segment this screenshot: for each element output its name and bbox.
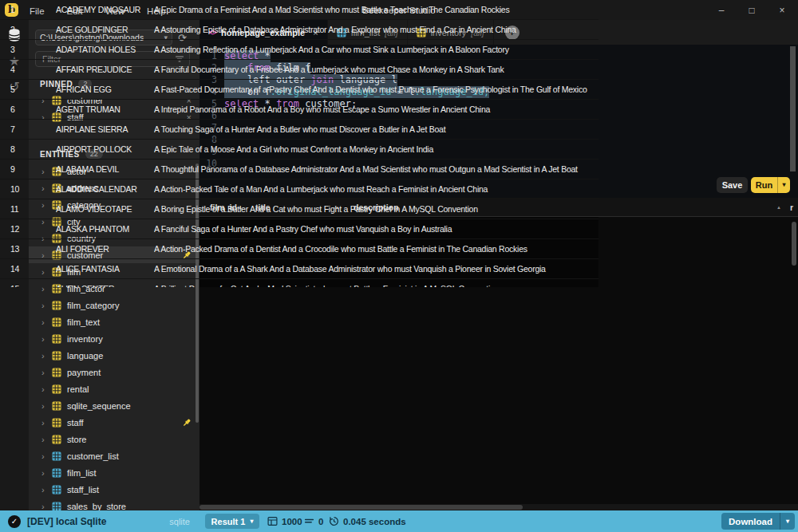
cell-film_id[interactable]: 3 [10, 40, 50, 59]
cell-description[interactable]: A Boring Epistle of a Butler And a Cat w… [154, 199, 595, 219]
cell-title[interactable]: ALICE FANTASIA [56, 259, 150, 278]
cell-description[interactable]: A Action-Packed Tale of a Man And a Lumb… [154, 179, 595, 199]
scrollbar-thumb[interactable] [200, 505, 523, 510]
cell-title[interactable]: ACE GOLDFINGER [56, 20, 150, 39]
entity-item-store[interactable]: ›store [29, 431, 200, 447]
cell-film_id[interactable]: 6 [10, 100, 50, 119]
cell-film_id[interactable]: 2 [10, 20, 50, 39]
close-window-icon[interactable]: × [777, 5, 787, 16]
chevron-right-icon[interactable]: › [41, 301, 49, 310]
results-grid[interactable]: 1ACADEMY DINOSAURA Epic Drama of a Femin… [0, 0, 598, 287]
table-row[interactable]: 1ACADEMY DINOSAURA Epic Drama of a Femin… [0, 0, 598, 20]
chevron-right-icon[interactable]: › [41, 435, 49, 444]
result-selector[interactable]: Result 1 ▾ [205, 514, 259, 529]
cell-description[interactable]: A Fanciful Saga of a Hunter And a Pastry… [154, 219, 595, 238]
cell-description[interactable]: A Fanciful Documentary of a Frisbee And … [154, 60, 595, 79]
download-button[interactable]: Download ▾ [721, 513, 795, 530]
cell-film_id[interactable]: 14 [10, 259, 50, 278]
entity-item-staff[interactable]: ›staff [29, 414, 200, 431]
cell-film_id[interactable]: 10 [10, 179, 50, 199]
chevron-right-icon[interactable]: › [41, 485, 49, 495]
cell-film_id[interactable]: 15 [10, 279, 50, 287]
entity-item-payment[interactable]: ›payment [29, 364, 200, 380]
table-row[interactable]: 2ACE GOLDFINGERA Astounding Epistle of a… [0, 20, 598, 40]
entity-item-staff_list[interactable]: ›staff_list [29, 481, 200, 498]
cell-title[interactable]: AIRPLANE SIERRA [56, 120, 150, 139]
table-row[interactable]: 4AFFAIR PREJUDICEA Fanciful Documentary … [0, 60, 598, 80]
cell-title[interactable]: AGENT TRUMAN [56, 100, 150, 119]
table-row[interactable]: 3ADAPTATION HOLESA Astounding Reflection… [0, 40, 598, 60]
cell-title[interactable]: ALIEN CENTER [56, 279, 150, 287]
chevron-right-icon[interactable]: › [41, 334, 49, 344]
cell-description[interactable]: A Fast-Paced Documentary of a Pastry Che… [154, 80, 595, 99]
entity-item-customer_list[interactable]: ›customer_list [29, 447, 200, 464]
chevron-right-icon[interactable]: › [41, 317, 49, 327]
cell-description[interactable]: A Brilliant Drama of a Cat And a Mad Sci… [154, 279, 595, 287]
chevron-right-icon[interactable]: › [41, 384, 49, 394]
cell-title[interactable]: AFFAIR PREJUDICE [56, 60, 150, 79]
cell-description[interactable]: A Epic Drama of a Feminist And a Mad Sci… [154, 0, 595, 19]
cell-film_id[interactable]: 13 [10, 239, 50, 258]
cell-film_id[interactable]: 7 [10, 120, 50, 139]
cell-film_id[interactable]: 1 [10, 0, 50, 19]
cell-description[interactable]: A Astounding Epistle of a Database Admin… [154, 20, 595, 39]
table-row[interactable]: 11ALAMO VIDEOTAPEA Boring Epistle of a B… [0, 199, 598, 219]
cell-description[interactable]: A Intrepid Panorama of a Robot And a Boy… [154, 100, 595, 119]
maximize-icon[interactable]: □ [747, 5, 757, 16]
cell-title[interactable]: ALI FOREVER [56, 239, 150, 258]
table-row[interactable]: 14ALICE FANTASIAA Emotional Drama of a A… [0, 259, 598, 279]
chevron-right-icon[interactable]: › [41, 451, 49, 461]
cell-title[interactable]: ACADEMY DINOSAUR [56, 0, 150, 19]
cell-description[interactable]: A Epic Tale of a Moose And a Girl who mu… [154, 140, 595, 159]
cell-film_id[interactable]: 12 [10, 219, 50, 238]
entity-item-inventory[interactable]: ›inventory [29, 330, 200, 347]
cell-description[interactable]: A Astounding Reflection of a Lumberjack … [154, 40, 595, 59]
table-row[interactable]: 13ALI FOREVERA Action-Packed Drama of a … [0, 239, 598, 259]
cell-film_id[interactable]: 11 [10, 199, 50, 219]
table-row[interactable]: 9ALABAMA DEVILA Thoughtful Panorama of a… [0, 160, 598, 179]
entity-item-film_list[interactable]: ›film_list [29, 464, 200, 481]
cell-film_id[interactable]: 9 [10, 160, 50, 179]
chevron-right-icon[interactable]: › [41, 468, 49, 478]
table-row[interactable]: 12ALASKA PHANTOMA Fanciful Saga of a Hun… [0, 219, 598, 239]
entity-item-language[interactable]: ›language [29, 347, 200, 364]
table-row[interactable]: 6AGENT TRUMANA Intrepid Panorama of a Ro… [0, 100, 598, 120]
chevron-right-icon[interactable]: › [41, 368, 49, 377]
run-dropdown-icon[interactable]: ▾ [777, 177, 790, 193]
cell-title[interactable]: ALASKA PHANTOM [56, 219, 150, 238]
entity-item-film_text[interactable]: ›film_text [29, 313, 200, 330]
chevron-right-icon[interactable]: › [41, 502, 49, 511]
cell-title[interactable]: AIRPORT POLLOCK [56, 140, 150, 159]
table-row[interactable]: 8AIRPORT POLLOCKA Epic Tale of a Moose A… [0, 140, 598, 160]
cell-title[interactable]: ALABAMA DEVIL [56, 160, 150, 179]
cell-film_id[interactable]: 8 [10, 140, 50, 159]
column-header-truncated[interactable]: r [790, 198, 793, 217]
cell-film_id[interactable]: 5 [10, 80, 50, 99]
chevron-right-icon[interactable]: › [41, 351, 49, 361]
entity-item-rental[interactable]: ›rental [29, 380, 200, 397]
cell-title[interactable]: AFRICAN EGG [56, 80, 150, 99]
chevron-right-icon[interactable]: › [41, 401, 49, 411]
grid-horizontal-scrollbar[interactable] [200, 504, 798, 510]
editor-scrollbar[interactable] [790, 46, 796, 171]
cell-film_id[interactable]: 4 [10, 60, 50, 79]
table-row[interactable]: 7AIRPLANE SIERRAA Touching Saga of a Hun… [0, 120, 598, 140]
save-button[interactable]: Save [717, 177, 748, 193]
minimize-icon[interactable]: – [717, 5, 726, 16]
cell-title[interactable]: ALADDIN CALENDAR [56, 179, 150, 199]
cell-description[interactable]: A Emotional Drama of a A Shark And a Dat… [154, 259, 595, 278]
sort-icon[interactable]: ▲ [776, 198, 781, 217]
cell-description[interactable]: A Thoughtful Panorama of a Database Admi… [154, 160, 595, 179]
entity-item-film_category[interactable]: ›film_category [29, 297, 200, 313]
entity-item-sqlite_sequence[interactable]: ›sqlite_sequence [29, 397, 200, 414]
cell-description[interactable]: A Action-Packed Drama of a Dentist And a… [154, 239, 595, 258]
download-dropdown-icon[interactable]: ▾ [780, 513, 795, 530]
chevron-right-icon[interactable]: › [41, 418, 49, 428]
cell-description[interactable]: A Touching Saga of a Hunter And a Butler… [154, 120, 595, 139]
run-button[interactable]: Run ▾ [751, 177, 790, 193]
entity-item-sales_by_store[interactable]: ›sales_by_store [29, 498, 200, 510]
table-row[interactable]: 5AFRICAN EGGA Fast-Paced Documentary of … [0, 80, 598, 100]
connection-name[interactable]: [DEV] local Sqlite [27, 516, 106, 527]
table-row[interactable]: 15ALIEN CENTERA Brilliant Drama of a Cat… [0, 279, 598, 287]
grid-vertical-scrollbar[interactable] [792, 222, 796, 266]
